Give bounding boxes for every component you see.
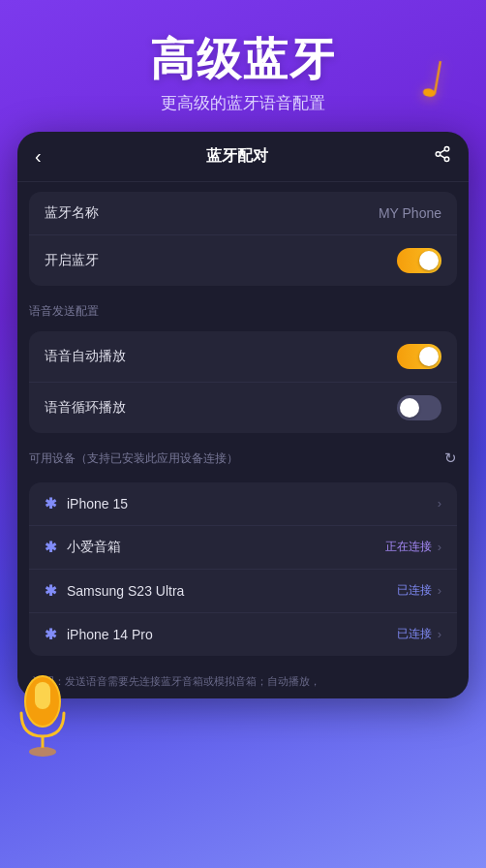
enable-bluetooth-row: 开启蓝牙 [29, 235, 457, 286]
bluetooth-name-row: 蓝牙名称 MY Phone [29, 192, 457, 235]
microphone-decoration [10, 674, 76, 761]
device-status-3: 已连接 [397, 582, 432, 599]
svg-point-8 [29, 747, 56, 757]
device-name-1: iPhone 15 [67, 496, 432, 512]
device-name-2: 小爱音箱 [67, 539, 385, 556]
svg-rect-6 [35, 682, 50, 709]
devices-group: ✱ iPhone 15 › ✱ 小爱音箱 正在连接 › ✱ Samsung S2… [29, 482, 457, 656]
back-button[interactable]: ‹ [35, 145, 42, 168]
bluetooth-name-label: 蓝牙名称 [45, 204, 99, 222]
footer-note: 说明：发送语音需要先连接蓝牙音箱或模拟音箱；自动播放， [17, 666, 469, 699]
card-title: 蓝牙配对 [206, 146, 268, 167]
device-name-4: iPhone 14 Pro [67, 627, 397, 642]
auto-play-thumb [419, 347, 439, 366]
list-item[interactable]: ✱ Samsung S23 Ultra 已连接 › [29, 570, 457, 613]
list-item[interactable]: ✱ iPhone 15 › [29, 482, 457, 526]
loop-play-thumb [400, 398, 419, 418]
device-status-4: 已连接 [397, 626, 432, 642]
devices-section-label: 可用设备（支持已安装此应用设备连接） [29, 447, 238, 471]
chevron-icon-4: › [438, 627, 441, 641]
chevron-icon-3: › [438, 583, 441, 598]
hero-subtitle: 更高级的蓝牙语音配置 [19, 92, 467, 114]
loop-play-toggle[interactable] [397, 395, 441, 420]
voice-settings-group: 语音自动播放 语音循环播放 [29, 331, 457, 433]
device-status-2: 正在连接 [385, 539, 432, 555]
auto-play-label: 语音自动播放 [45, 348, 126, 365]
auto-play-toggle[interactable] [397, 344, 441, 369]
chevron-icon-2: › [438, 540, 441, 554]
svg-line-3 [440, 155, 444, 158]
hero-section: 高级蓝牙 更高级的蓝牙语音配置 [0, 0, 486, 132]
enable-bluetooth-toggle[interactable] [397, 248, 441, 273]
toggle-thumb [419, 251, 439, 270]
loop-play-row: 语音循环播放 [29, 383, 457, 433]
bluetooth-icon-2: ✱ [45, 539, 57, 556]
enable-bluetooth-label: 开启蓝牙 [45, 252, 99, 269]
list-item[interactable]: ✱ iPhone 14 Pro 已连接 › [29, 613, 457, 656]
hero-title: 高级蓝牙 [19, 35, 467, 84]
bluetooth-icon-4: ✱ [45, 626, 57, 643]
voice-section-label: 语音发送配置 [17, 295, 469, 322]
bluetooth-settings-group: 蓝牙名称 MY Phone 开启蓝牙 [29, 192, 457, 286]
refresh-button[interactable]: ↻ [444, 450, 457, 467]
bluetooth-icon-1: ✱ [45, 495, 57, 512]
device-name-3: Samsung S23 Ultra [67, 583, 397, 599]
loop-play-label: 语音循环播放 [45, 399, 126, 417]
devices-header-row: 可用设备（支持已安装此应用设备连接） ↻ [17, 443, 469, 473]
share-button[interactable] [434, 145, 451, 168]
svg-line-4 [440, 149, 444, 152]
list-item[interactable]: ✱ 小爱音箱 正在连接 › [29, 526, 457, 570]
bluetooth-icon-3: ✱ [45, 582, 57, 600]
bluetooth-name-value: MY Phone [379, 205, 441, 221]
auto-play-row: 语音自动播放 [29, 331, 457, 383]
chevron-icon-1: › [438, 496, 441, 511]
main-card: ‹ 蓝牙配对 蓝牙名称 MY Phone 开启蓝牙 语音发送配置 语音自动播放 … [17, 132, 469, 699]
card-header: ‹ 蓝牙配对 [17, 132, 469, 182]
